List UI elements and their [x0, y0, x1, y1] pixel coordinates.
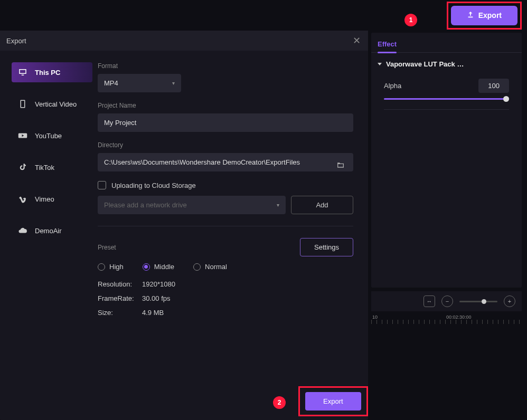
sidebar-item-youtube[interactable]: YouTube	[12, 126, 92, 146]
preset-normal-radio[interactable]: Normal	[193, 263, 227, 271]
fit-icon[interactable]: ↔	[424, 295, 435, 307]
format-select[interactable]: MP4 ▾	[98, 74, 181, 92]
bottom-export-highlight: Export	[298, 386, 368, 416]
format-label: Format	[98, 62, 353, 70]
effect-tab[interactable]: Effect	[371, 33, 403, 52]
sidebar-item-tiktok[interactable]: TikTok	[12, 157, 92, 177]
tiktok-icon	[18, 163, 27, 172]
preset-high-label: High	[109, 263, 124, 271]
effect-title-toggle[interactable]: Vaporwave LUT Pack …	[371, 53, 522, 75]
caret-down-icon	[378, 63, 382, 65]
youtube-icon	[18, 131, 27, 140]
cloud-drive-placeholder: Please add a network drive	[104, 201, 187, 209]
sidebar-item-label: Vertical Video	[35, 100, 77, 108]
bottom-export-button[interactable]: Export	[305, 392, 361, 411]
divider	[98, 226, 353, 226]
top-export-button[interactable]: Export	[451, 6, 517, 25]
export-sidebar: This PC Vertical Video YouTube TikTok Vi…	[0, 51, 92, 420]
ruler-mark: 00:02:30:00	[446, 314, 472, 320]
timeline-controls: ↔ − +	[371, 291, 522, 311]
step-badge-2: 2	[273, 396, 286, 409]
project-name-label: Project Name	[98, 102, 353, 109]
directory-label: Directory	[98, 141, 353, 149]
sidebar-item-label: YouTube	[35, 132, 62, 140]
zoom-slider[interactable]	[459, 301, 497, 302]
size-key: Size:	[98, 309, 142, 317]
top-export-label: Export	[478, 11, 502, 20]
slider-thumb-icon	[482, 299, 486, 304]
zoom-out-icon[interactable]: −	[441, 295, 453, 307]
ruler-mark: 10	[372, 314, 378, 320]
preset-middle-radio[interactable]: Middle	[143, 263, 174, 271]
project-name-input[interactable]	[98, 113, 353, 132]
framerate-value: 30.00 fps	[142, 294, 171, 302]
preset-label: Preset	[98, 244, 116, 251]
step-badge-1: 1	[404, 14, 417, 26]
size-value: 4.9 MB	[142, 309, 164, 317]
sidebar-item-label: This PC	[35, 69, 60, 77]
close-icon[interactable]: ✕	[351, 35, 362, 46]
top-export-highlight: Export	[447, 2, 522, 30]
preset-high-radio[interactable]: High	[98, 263, 124, 271]
radio-icon	[98, 263, 105, 271]
sidebar-item-label: DemoAir	[35, 227, 62, 235]
sidebar-item-label: Vimeo	[35, 195, 54, 203]
alpha-value[interactable]: 100	[478, 79, 509, 93]
cloud-upload-checkbox[interactable]	[98, 181, 106, 189]
directory-input[interactable]	[98, 153, 353, 171]
framerate-key: FrameRate:	[98, 294, 142, 302]
preset-normal-label: Normal	[205, 263, 227, 271]
cloud-upload-label: Uploading to Cloud Storage	[111, 182, 196, 189]
timeline-ruler[interactable]: 10 00:02:30:00	[371, 312, 522, 325]
chevron-down-icon: ▾	[277, 202, 279, 208]
cloud-icon	[18, 226, 27, 235]
sidebar-item-label: TikTok	[35, 164, 54, 171]
resolution-key: Resolution:	[98, 280, 142, 288]
sidebar-item-vertical-video[interactable]: Vertical Video	[12, 94, 92, 114]
effect-title: Vaporwave LUT Pack …	[386, 60, 464, 68]
vimeo-icon	[18, 194, 27, 204]
format-value: MP4	[104, 79, 118, 87]
sidebar-item-demoair[interactable]: DemoAir	[12, 221, 92, 241]
alpha-slider[interactable]	[384, 98, 509, 100]
export-dialog: Export ✕ This PC Vertical Video YouTube …	[0, 31, 368, 420]
radio-icon	[193, 263, 201, 271]
chevron-down-icon: ▾	[172, 80, 175, 86]
resolution-value: 1920*1080	[142, 280, 175, 288]
upload-icon	[467, 11, 474, 20]
dialog-title: Export	[6, 37, 26, 45]
slider-thumb-icon	[503, 96, 509, 102]
settings-button[interactable]: Settings	[300, 238, 353, 256]
sidebar-item-vimeo[interactable]: Vimeo	[12, 189, 92, 209]
preset-middle-label: Middle	[154, 263, 174, 271]
cloud-drive-select[interactable]: Please add a network drive ▾	[98, 196, 286, 214]
radio-icon	[143, 263, 150, 271]
effect-panel: Effect Vaporwave LUT Pack … Alpha 100	[371, 33, 522, 288]
phone-icon	[18, 99, 27, 109]
dialog-header: Export ✕	[0, 31, 368, 51]
sidebar-item-this-pc[interactable]: This PC	[12, 62, 92, 82]
monitor-icon	[18, 68, 27, 77]
folder-icon[interactable]	[332, 155, 349, 175]
alpha-label: Alpha	[384, 82, 401, 90]
zoom-in-icon[interactable]: +	[504, 295, 515, 307]
dialog-body: This PC Vertical Video YouTube TikTok Vi…	[0, 51, 368, 420]
divider	[384, 109, 509, 110]
ruler-ticks	[371, 320, 522, 324]
add-drive-button[interactable]: Add	[291, 196, 353, 214]
export-form: Format MP4 ▾ Project Name Directory U	[92, 51, 368, 420]
topbar: Export	[0, 0, 527, 31]
